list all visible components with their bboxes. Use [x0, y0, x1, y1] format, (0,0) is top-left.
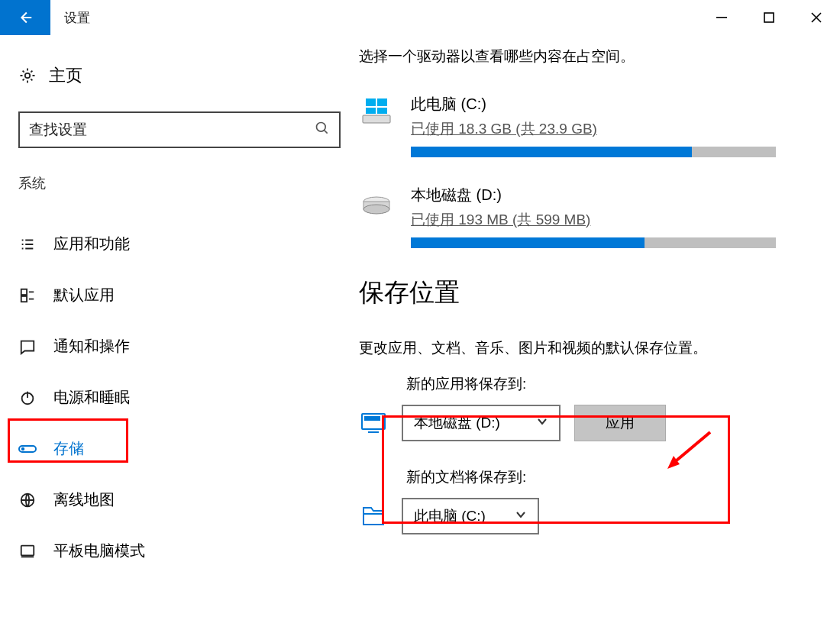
- sidebar-item-label: 存储: [53, 438, 84, 459]
- sidebar: 主页 查找设置 系统 应用和功能 默认应用 通知和操作: [0, 35, 359, 620]
- sidebar-item-label: 默认应用: [53, 285, 115, 305]
- drive-entry-c[interactable]: 此电脑 (C:) 已使用 18.3 GB (共 23.9 GB): [359, 94, 817, 157]
- back-button[interactable]: [0, 0, 50, 35]
- sidebar-item-label: 通知和操作: [53, 336, 130, 357]
- svg-rect-22: [376, 417, 380, 420]
- save-location-value: 此电脑 (C:): [414, 506, 486, 526]
- svg-point-8: [22, 447, 24, 449]
- svg-rect-15: [377, 108, 387, 114]
- maximize-icon: [764, 12, 774, 23]
- usage-bar-fill: [411, 237, 645, 248]
- storage-description: 选择一个驱动器以查看哪些内容在占空间。: [359, 47, 817, 66]
- svg-rect-14: [366, 108, 376, 114]
- save-caption-apps: 新的应用将保存到:: [359, 374, 817, 394]
- sidebar-home-label: 主页: [49, 64, 82, 87]
- svg-point-18: [363, 205, 389, 214]
- window-title: 设置: [64, 9, 90, 27]
- apply-button[interactable]: 应用: [574, 405, 666, 441]
- minimize-button[interactable]: [698, 0, 745, 35]
- section-heading: 保存位置: [359, 276, 817, 310]
- notification-icon: [18, 337, 37, 356]
- sidebar-item-power-sleep[interactable]: 电源和睡眠: [18, 372, 359, 423]
- search-placeholder: 查找设置: [29, 120, 315, 140]
- drive-name: 本地磁盘 (D:): [411, 185, 817, 205]
- title-bar: 设置: [0, 0, 840, 35]
- main-content: 选择一个驱动器以查看哪些内容在占空间。 此电脑 (C:) 已使用 18.3 GB…: [359, 35, 840, 620]
- svg-rect-1: [764, 13, 774, 22]
- sidebar-home[interactable]: 主页: [18, 61, 359, 90]
- arrow-left-icon: [17, 9, 34, 26]
- default-apps-icon: [18, 286, 37, 305]
- search-input[interactable]: 查找设置: [18, 111, 341, 148]
- documents-icon: [359, 505, 388, 528]
- svg-rect-20: [365, 417, 369, 420]
- svg-rect-10: [21, 545, 34, 555]
- svg-rect-13: [377, 98, 387, 106]
- drive-usage: 已使用 18.3 GB (共 23.9 GB): [411, 119, 817, 139]
- chevron-down-icon: [515, 508, 527, 525]
- drive-entry-d[interactable]: 本地磁盘 (D:) 已使用 193 MB (共 599 MB): [359, 185, 817, 248]
- section-description: 更改应用、文档、音乐、图片和视频的默认保存位置。: [359, 336, 817, 360]
- chevron-down-icon: [536, 415, 548, 431]
- svg-rect-12: [366, 98, 376, 106]
- close-button[interactable]: [793, 0, 840, 35]
- drive-name: 此电脑 (C:): [411, 94, 817, 115]
- usage-bar: [411, 147, 776, 157]
- tablet-icon: [18, 542, 37, 560]
- map-icon: [18, 491, 37, 509]
- maximize-button[interactable]: [745, 0, 793, 35]
- svg-rect-4: [21, 289, 27, 294]
- list-icon: [18, 235, 37, 253]
- gear-icon: [18, 66, 37, 85]
- minimize-icon: [716, 12, 727, 23]
- window-controls: [698, 0, 840, 35]
- sidebar-item-label: 应用和功能: [53, 234, 130, 254]
- save-location-select-apps[interactable]: 本地磁盘 (D:): [402, 405, 561, 441]
- drive-usage: 已使用 193 MB (共 599 MB): [411, 210, 817, 230]
- sidebar-item-tablet-mode[interactable]: 平板电脑模式: [18, 525, 359, 576]
- save-controls-documents: 此电脑 (C:): [359, 498, 817, 534]
- hdd-icon: [359, 185, 394, 217]
- windows-drive-icon: [359, 94, 394, 126]
- sidebar-item-apps-features[interactable]: 应用和功能: [18, 218, 359, 270]
- sidebar-item-offline-maps[interactable]: 离线地图: [18, 474, 359, 525]
- svg-rect-21: [370, 417, 374, 420]
- sidebar-item-default-apps[interactable]: 默认应用: [18, 270, 359, 321]
- apps-icon: [359, 412, 388, 434]
- save-controls-apps: 本地磁盘 (D:) 应用: [359, 405, 817, 441]
- svg-rect-11: [363, 115, 390, 123]
- sidebar-item-notifications[interactable]: 通知和操作: [18, 321, 359, 372]
- sidebar-item-label: 平板电脑模式: [53, 541, 145, 561]
- sidebar-group-label: 系统: [18, 174, 359, 192]
- save-location-value: 本地磁盘 (D:): [414, 413, 500, 433]
- svg-rect-0: [716, 17, 727, 18]
- save-location-select-documents[interactable]: 此电脑 (C:): [402, 498, 539, 534]
- svg-point-2: [25, 73, 30, 78]
- usage-bar: [411, 237, 776, 248]
- svg-rect-5: [21, 295, 27, 301]
- sidebar-item-label: 离线地图: [53, 489, 115, 510]
- close-icon: [810, 11, 822, 24]
- sidebar-item-storage[interactable]: 存储: [18, 423, 359, 474]
- apply-button-label: 应用: [606, 413, 635, 433]
- storage-icon: [18, 440, 37, 458]
- save-caption-documents: 新的文档将保存到:: [359, 467, 817, 487]
- power-icon: [18, 389, 37, 407]
- search-icon: [315, 121, 330, 139]
- usage-bar-fill: [411, 147, 692, 157]
- sidebar-item-label: 电源和睡眠: [53, 387, 130, 408]
- svg-point-3: [317, 123, 326, 132]
